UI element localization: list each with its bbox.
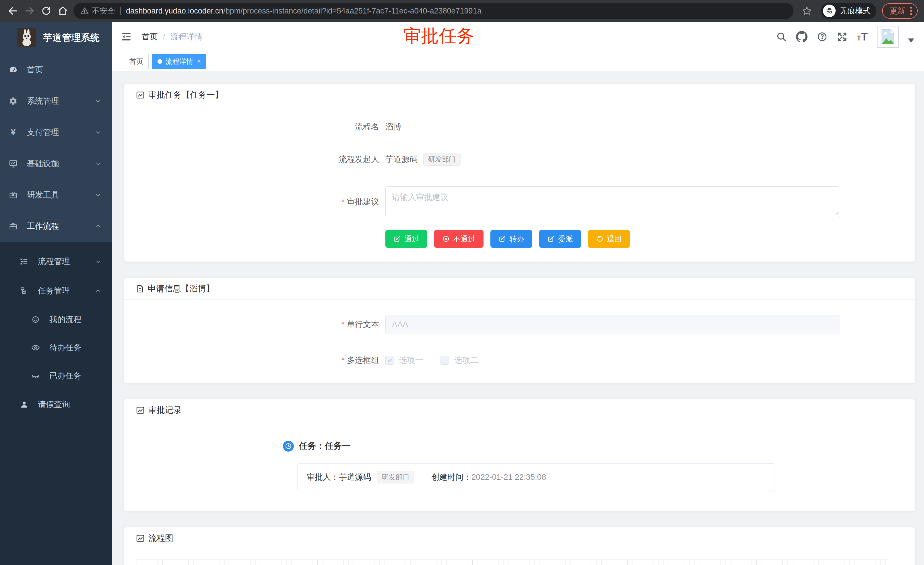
reject-button[interactable]: 不通过 <box>434 230 483 248</box>
breadcrumb-home[interactable]: 首页 <box>142 31 158 42</box>
app-header: 首页 / 流程详情 审批任务 TT <box>112 22 924 52</box>
sidebar-item-payment[interactable]: ¥ 支付管理 <box>0 117 112 148</box>
created-time-label: 创建时间： <box>431 472 471 482</box>
timeline-clock-icon <box>283 441 294 452</box>
monitor-icon <box>9 159 18 168</box>
card-title: 流程图 <box>148 533 173 544</box>
url-path: /bpm/process-instance/detail?id=54aa251f… <box>223 7 481 15</box>
briefcase-icon <box>9 222 18 231</box>
toolbox-icon <box>9 190 18 200</box>
chevron-down-icon <box>95 160 102 167</box>
red-annotation-text: 审批任务 <box>403 24 474 48</box>
process-name-value: 滔博 <box>386 122 402 132</box>
eye-icon <box>31 343 40 352</box>
update-label: 更新 <box>890 6 905 16</box>
tab-home[interactable]: 首页 <box>124 54 148 69</box>
sidebar-item-system[interactable]: 系统管理 <box>0 85 112 117</box>
process-diagram-card: 流程图 <box>124 527 915 565</box>
dept-tag: 研发部门 <box>423 153 460 166</box>
search-icon[interactable] <box>776 31 787 42</box>
browser-menu-icon[interactable] <box>910 7 912 15</box>
tab-process-detail[interactable]: 流程详情 × <box>152 54 206 69</box>
logo-rabbit-image <box>17 28 36 48</box>
help-icon[interactable] <box>817 31 828 42</box>
checkbox-option-2: 选项二 <box>441 355 478 366</box>
sidebar-item-my-process[interactable]: 我的流程 <box>0 305 112 334</box>
github-icon[interactable] <box>796 31 807 42</box>
single-text-input <box>386 315 840 334</box>
forward-icon[interactable] <box>21 3 38 19</box>
browser-toolbar: 不安全 dashboard.yudao.iocoder.cn/bpm/proce… <box>0 0 924 22</box>
initiator-value: 芋道源码 <box>386 154 417 165</box>
card-title: 申请信息【滔博】 <box>148 283 214 295</box>
card-title: 审批任务【任务一】 <box>148 89 223 101</box>
browser-update-button[interactable]: 更新 <box>882 3 918 19</box>
sidebar-item-task-mgmt[interactable]: 任务管理 <box>0 276 112 305</box>
security-label: 不安全 <box>92 6 115 16</box>
incognito-icon <box>823 5 836 17</box>
home-icon[interactable] <box>54 3 71 19</box>
bpmn-canvas[interactable] <box>136 559 889 565</box>
approve-button[interactable]: 通过 <box>386 230 427 248</box>
suggestion-label: 审批建议 <box>124 196 379 207</box>
transfer-button[interactable]: 转办 <box>490 230 532 248</box>
tabs-bar: 首页 流程详情 × <box>112 52 924 71</box>
sidebar-item-home[interactable]: 首页 <box>0 54 112 85</box>
sidebar-item-infrastructure[interactable]: 基础设施 <box>0 148 112 179</box>
card-title: 审批记录 <box>148 404 182 416</box>
url-divider <box>120 7 121 15</box>
chart-frame-icon <box>136 406 145 415</box>
initiator-label: 流程发起人 <box>124 154 379 165</box>
chart-frame-icon <box>136 90 145 100</box>
active-tab-dot <box>158 59 162 64</box>
bookmark-star-icon[interactable] <box>799 3 815 19</box>
tree-icon <box>20 286 29 295</box>
avatar[interactable] <box>877 26 899 48</box>
chevron-down-icon <box>95 191 102 198</box>
process-name-label: 流程名 <box>124 122 379 132</box>
url-bar[interactable]: 不安全 dashboard.yudao.iocoder.cn/bpm/proce… <box>74 3 794 19</box>
not-secure-icon[interactable] <box>80 7 89 15</box>
sidebar-item-workflow[interactable]: 工作流程 <box>0 210 112 242</box>
font-size-icon[interactable]: TT <box>857 31 868 43</box>
url-host: dashboard.yudao.iocoder.cn <box>126 7 223 15</box>
chevron-down-icon[interactable] <box>908 39 914 42</box>
fullscreen-icon[interactable] <box>837 31 848 42</box>
sidebar-item-todo-tasks[interactable]: 待办任务 <box>0 334 112 362</box>
record-detail-card: 审批人： 芋道源码 研发部门 创建时间： 2022-01-21 22:35:08 <box>297 463 775 491</box>
apply-info-card: 申请信息【滔博】 单行文本 多选框组 <box>124 278 915 383</box>
suggestion-textarea[interactable] <box>386 186 840 217</box>
reload-icon[interactable] <box>38 3 54 19</box>
single-text-label: 单行文本 <box>124 319 379 330</box>
gear-icon <box>9 96 18 106</box>
chevron-up-icon <box>95 287 102 294</box>
tab-close-icon[interactable]: × <box>197 58 201 65</box>
sidebar-item-done-tasks[interactable]: 已办任务 <box>0 362 112 390</box>
list-icon <box>20 257 29 266</box>
sidebar: 芋道管理系统 首页 系统管理 ¥ 支付管理 基础设施 <box>0 22 112 565</box>
breadcrumb: 首页 / 流程详情 <box>142 31 202 42</box>
document-icon <box>136 284 144 293</box>
app-logo[interactable]: 芋道管理系统 <box>0 22 112 54</box>
return-button[interactable]: 退回 <box>588 230 630 248</box>
sidebar-collapse-icon[interactable] <box>120 31 132 42</box>
dashboard-icon <box>9 65 18 74</box>
sidebar-item-leave-query[interactable]: 请假查询 <box>0 390 112 419</box>
dept-tag: 研发部门 <box>377 471 414 484</box>
checkbox-checked-icon <box>386 356 394 365</box>
chart-frame-icon <box>136 534 145 543</box>
created-time-value: 2022-01-21 22:35:08 <box>471 473 546 482</box>
sidebar-item-process-mgmt[interactable]: 流程管理 <box>0 247 112 276</box>
yen-icon: ¥ <box>9 128 18 137</box>
page-content: 审批任务【任务一】 流程名 滔博 流程发起人 芋道源码 研发部门 <box>112 71 924 565</box>
sidebar-item-devtools[interactable]: 研发工具 <box>0 179 112 210</box>
chevron-up-icon <box>95 223 102 230</box>
approver-label: 审批人： <box>307 472 339 482</box>
checkbox-unchecked-icon <box>441 356 449 365</box>
incognito-label: 无痕模式 <box>840 6 871 16</box>
approval-records-card: 审批记录 任务：任务一 审批人： 芋道源码 研发部门 创建时间： <box>124 399 915 511</box>
user-icon <box>20 400 29 409</box>
app-title: 芋道管理系统 <box>43 32 100 44</box>
delegate-button[interactable]: 委派 <box>539 230 581 248</box>
back-icon[interactable] <box>4 3 21 19</box>
